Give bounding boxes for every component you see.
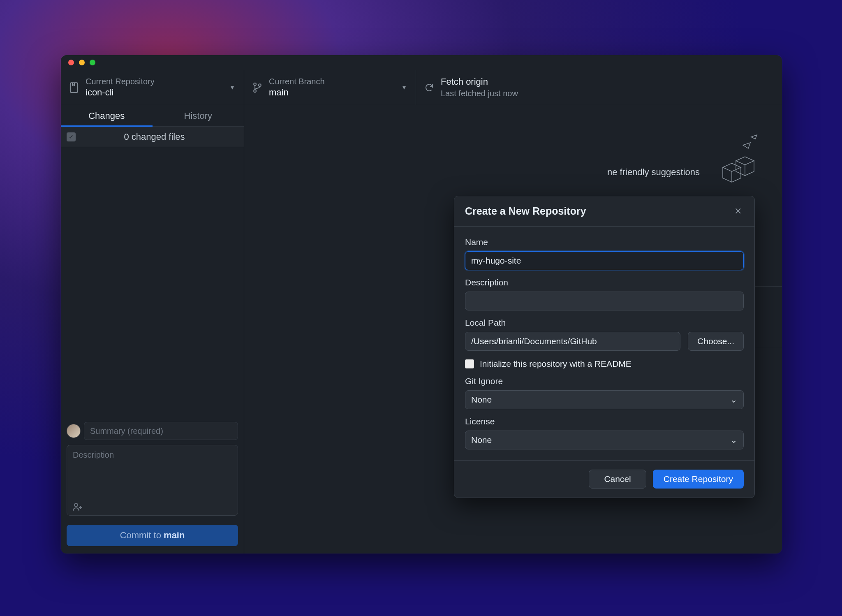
- minimize-window-icon[interactable]: [79, 60, 85, 65]
- close-window-icon[interactable]: [68, 60, 74, 65]
- main-content: ne friendly suggestions Open in Visual S…: [244, 105, 782, 553]
- branch-icon: [252, 83, 262, 93]
- license-select[interactable]: None ⌄: [465, 431, 744, 449]
- fetch-origin-button[interactable]: Fetch origin Last fetched just now: [416, 70, 589, 105]
- cancel-button[interactable]: Cancel: [589, 470, 646, 489]
- maximize-window-icon[interactable]: [90, 60, 95, 65]
- svg-point-2: [254, 90, 256, 92]
- sync-icon: [424, 83, 434, 93]
- description-input-modal[interactable]: [465, 292, 744, 310]
- commit-panel: Commit to main: [61, 416, 244, 553]
- repo-icon: [69, 83, 79, 93]
- tab-changes[interactable]: Changes: [61, 105, 153, 127]
- gitignore-label: Git Ignore: [465, 376, 744, 386]
- fetch-label: Fetch origin: [441, 76, 518, 88]
- local-path-input[interactable]: [465, 332, 680, 351]
- changes-header: ✓ 0 changed files: [61, 127, 244, 147]
- svg-point-3: [259, 84, 261, 86]
- choose-button[interactable]: Choose...: [688, 332, 744, 351]
- create-repo-button[interactable]: Create Repository: [653, 470, 744, 489]
- chevron-down-icon: ▾: [402, 83, 406, 91]
- license-label: License: [465, 417, 744, 426]
- svg-rect-0: [70, 83, 78, 92]
- repo-name: icon-cli: [86, 87, 155, 99]
- svg-point-1: [254, 83, 256, 85]
- create-repo-modal: Create a New Repository ✕ Name Descripti…: [454, 196, 755, 498]
- boxes-illustration: [704, 132, 761, 190]
- fetch-status: Last fetched just now: [441, 88, 518, 99]
- local-path-label: Local Path: [465, 318, 744, 328]
- svg-point-4: [74, 503, 78, 507]
- chevron-down-icon: ▾: [231, 83, 234, 91]
- modal-title: Create a New Repository: [465, 205, 586, 217]
- add-coauthor-icon[interactable]: [72, 503, 83, 512]
- changed-files-count: 0 changed files: [83, 132, 238, 142]
- description-input[interactable]: [67, 445, 238, 516]
- description-label: Description: [465, 278, 744, 287]
- close-icon[interactable]: ✕: [732, 206, 744, 217]
- current-repo-button[interactable]: Current Repository icon-cli ▾: [61, 70, 244, 105]
- app-window: Current Repository icon-cli ▾ Current Br…: [61, 55, 782, 553]
- sidebar: Changes History ✓ 0 changed files Commit…: [61, 105, 244, 553]
- name-label: Name: [465, 237, 744, 247]
- summary-input[interactable]: [84, 422, 238, 440]
- toolbar: Current Repository icon-cli ▾ Current Br…: [61, 70, 782, 105]
- chevron-down-icon: ⌄: [730, 435, 738, 445]
- chevron-down-icon: ⌄: [730, 395, 738, 405]
- branch-name: main: [269, 87, 325, 99]
- select-all-checkbox[interactable]: ✓: [67, 132, 76, 141]
- commit-button[interactable]: Commit to main: [67, 525, 238, 546]
- titlebar: [61, 55, 782, 70]
- gitignore-select[interactable]: None ⌄: [465, 390, 744, 409]
- name-input[interactable]: [465, 251, 744, 270]
- repo-label: Current Repository: [86, 76, 155, 87]
- current-branch-button[interactable]: Current Branch main ▾: [244, 70, 416, 105]
- avatar: [67, 424, 81, 438]
- readme-checkbox[interactable]: [465, 359, 474, 368]
- tab-history[interactable]: History: [153, 105, 244, 127]
- readme-label: Initialize this repository with a README: [480, 359, 632, 369]
- suggestions-text: ne friendly suggestions: [607, 167, 700, 178]
- branch-label: Current Branch: [269, 76, 325, 87]
